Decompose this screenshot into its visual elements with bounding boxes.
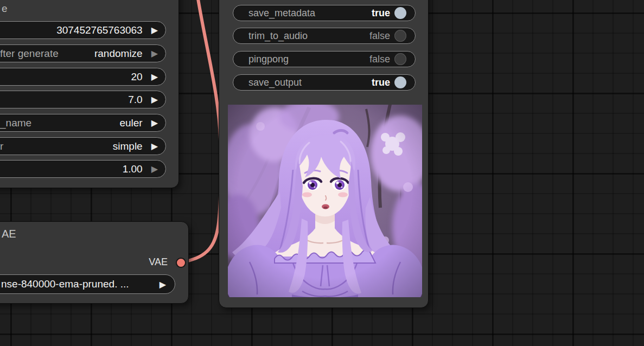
combo-arrow-icon[interactable]: ▶	[151, 141, 158, 151]
toggle-knob[interactable]	[394, 76, 406, 88]
widget-pingpong[interactable]: pingpong false	[233, 51, 416, 67]
node-ksampler[interactable]: e 307452765763063 ▶ fter generate random…	[0, 0, 179, 188]
combo-arrow-icon[interactable]: ▶	[160, 279, 166, 290]
node-graph-canvas[interactable]: { "icons": { "arrow_right": "\u25B6" }, …	[0, 0, 644, 346]
widget-vae-name[interactable]: nse-840000-ema-pruned. ... ▶	[0, 274, 175, 294]
combo-arrow-icon[interactable]: ▶	[151, 118, 158, 128]
widget-sampler-name[interactable]: _name euler ▶	[0, 114, 166, 132]
widget-cfg[interactable]: 7.0 ▶	[0, 91, 166, 108]
widget-value: randomize	[94, 48, 143, 60]
widget-control-after-generate[interactable]: fter generate randomize ▶	[0, 44, 166, 62]
widget-label: trim_to_audio	[233, 30, 308, 42]
widget-value: 1.00	[123, 163, 143, 175]
widget-label: save_output	[233, 77, 302, 88]
node-load-vae[interactable]: AE VAE nse-840000-ema-pruned. ... ▶	[0, 221, 189, 304]
widget-value: nse-840000-ema-pruned. ...	[0, 278, 129, 290]
widget-label: save_metadata	[233, 8, 315, 19]
widget-save-output[interactable]: save_output true	[233, 74, 416, 91]
widget-value: 20	[131, 71, 143, 83]
widget-value: euler	[119, 117, 142, 129]
node-save-output[interactable]: save_metadata true trim_to_audio false p…	[219, 0, 429, 308]
widget-scheduler[interactable]: r simple ▶	[0, 137, 166, 155]
widget-label: pingpong	[233, 54, 289, 65]
widget-value: false	[369, 54, 390, 65]
widget-value: 7.0	[128, 94, 142, 106]
widget-value: simple	[113, 140, 143, 152]
widget-value: false	[369, 30, 390, 42]
widget-label: fter generate	[0, 48, 59, 60]
widget-steps[interactable]: 20 ▶	[0, 68, 166, 86]
toggle-knob[interactable]	[394, 7, 406, 19]
widget-save-metadata[interactable]: save_metadata true	[233, 5, 416, 21]
combo-arrow-icon[interactable]: ▶	[151, 164, 158, 174]
partial-input-label: e	[2, 3, 8, 15]
widget-value: true	[372, 8, 390, 19]
combo-arrow-icon[interactable]: ▶	[151, 25, 158, 35]
output-socket-vae[interactable]	[176, 258, 186, 268]
preview-image[interactable]	[228, 105, 422, 297]
output-label-vae: VAE	[149, 257, 168, 268]
combo-arrow-icon[interactable]: ▶	[151, 72, 158, 82]
widget-label: _name	[0, 117, 31, 129]
toggle-knob[interactable]	[394, 30, 406, 42]
node-title: AE	[2, 228, 16, 240]
widget-trim-to-audio[interactable]: trim_to_audio false	[233, 28, 416, 44]
combo-arrow-icon[interactable]: ▶	[151, 48, 158, 59]
widget-denoise[interactable]: 1.00 ▶	[0, 160, 166, 178]
widget-label: r	[0, 140, 3, 152]
combo-arrow-icon[interactable]: ▶	[151, 94, 158, 105]
widget-seed[interactable]: 307452765763063 ▶	[0, 21, 166, 39]
widget-value: true	[372, 77, 390, 88]
toggle-knob[interactable]	[394, 53, 406, 65]
widget-value: 307452765763063	[56, 24, 143, 36]
